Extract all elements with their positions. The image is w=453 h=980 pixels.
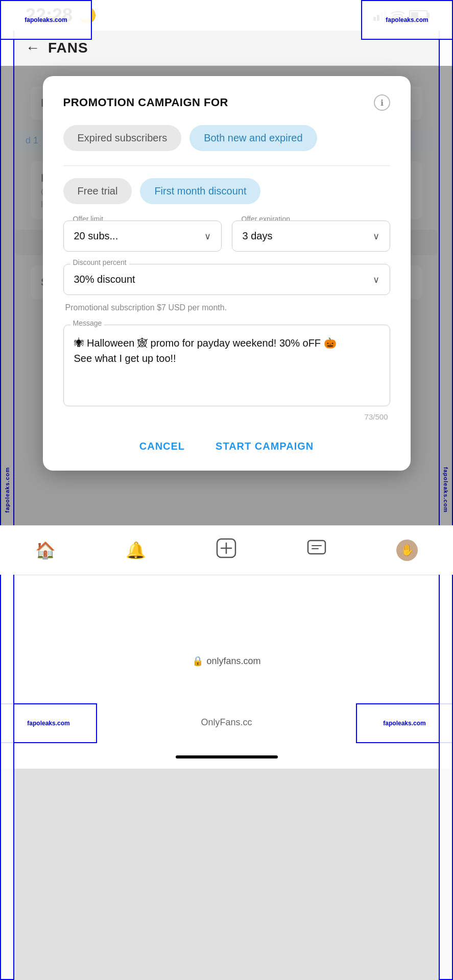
discount-percent-field: Discount percent 30% discount ∨ <box>63 264 390 295</box>
nav-profile[interactable]: ✋ <box>386 535 428 565</box>
svg-rect-4 <box>308 541 325 554</box>
offer-expiration-value: 3 days <box>243 230 273 242</box>
watermark-top-left-text: fapoleaks.com <box>25 16 67 23</box>
watermark-top-right: fapoleaks.com <box>361 0 453 40</box>
messages-icon <box>307 540 326 561</box>
watermark-top-right-text: fapoleaks.com <box>386 16 428 23</box>
char-count: 73/500 <box>63 412 390 421</box>
message-input[interactable]: 🕷 Halloween 🕸 promo for payday weekend! … <box>63 325 390 406</box>
selects-row: Offer limit 20 subs... ∨ Offer expiratio… <box>63 220 390 252</box>
modal-overlay: PROMOTION CAMPAIGN FOR ℹ Expired subscri… <box>0 66 453 525</box>
message-field: Message 🕷 Halloween 🕸 promo for payday w… <box>63 325 390 408</box>
home-icon: 🏠 <box>35 541 56 560</box>
divider-1 <box>63 165 390 166</box>
modal-dialog: PROMOTION CAMPAIGN FOR ℹ Expired subscri… <box>43 76 411 471</box>
avatar: ✋ <box>396 540 418 561</box>
lock-icon: 🔒 <box>192 655 203 667</box>
expired-subscribers-btn[interactable]: Expired subscribers <box>63 125 182 151</box>
bottom-nav: 🏠 🔔 ✋ <box>0 525 453 575</box>
offer-limit-select[interactable]: 20 subs... ∨ <box>63 220 222 252</box>
offer-limit-chevron: ∨ <box>204 231 211 242</box>
offer-expiration-chevron: ∨ <box>373 231 379 242</box>
avatar-icon: ✋ <box>400 544 414 557</box>
discount-percent-value: 30% discount <box>74 274 135 285</box>
offer-limit-value: 20 subs... <box>74 230 118 242</box>
back-button[interactable]: ← <box>26 40 40 56</box>
offer-expiration-field: Offer expiration 3 days ∨ <box>232 220 390 252</box>
discount-chevron: ∨ <box>373 274 379 285</box>
modal-actions: CANCEL START CAMPAIGN <box>63 435 390 452</box>
bottom-area: 🔒 onlyfans.com OnlyFans.cc fapoleaks.com… <box>0 575 453 769</box>
type-toggle-row: Free trial First month discount <box>63 178 390 204</box>
url-display: onlyfans.com <box>206 656 260 667</box>
discount-percent-label: Discount percent <box>70 258 129 266</box>
promo-text: Promotional subscription $7 USD per mont… <box>63 303 390 312</box>
info-icon-symbol: ℹ <box>380 98 384 108</box>
start-campaign-button[interactable]: START CAMPAIGN <box>216 440 314 452</box>
free-trial-btn[interactable]: Free trial <box>63 178 132 204</box>
modal-title: PROMOTION CAMPAIGN FOR <box>63 96 228 109</box>
info-button[interactable]: ℹ <box>374 94 390 111</box>
home-indicator <box>176 755 278 758</box>
message-label: Message <box>70 319 105 327</box>
center-watermark: OnlyFans.cc <box>201 717 252 728</box>
page-content-area: P d 1 P O... li... S PROMOTION CAMPAIGN … <box>0 66 453 525</box>
offer-limit-field: Offer limit 20 subs... ∨ <box>63 220 222 252</box>
subscriber-toggle-row: Expired subscribers Both new and expired <box>63 125 390 151</box>
nav-messages[interactable] <box>297 535 337 565</box>
watermark-bottom-right-text: fapoleaks.com <box>383 720 425 727</box>
nav-home[interactable]: 🏠 <box>25 536 66 564</box>
notifications-icon: 🔔 <box>126 541 146 560</box>
watermark-top-left: fapoleaks.com <box>0 0 92 40</box>
nav-notifications[interactable]: 🔔 <box>115 536 156 564</box>
offer-expiration-select[interactable]: 3 days ∨ <box>232 220 390 252</box>
discount-percent-select[interactable]: 30% discount ∨ <box>63 264 390 295</box>
first-month-discount-btn[interactable]: First month discount <box>140 178 260 204</box>
nav-add[interactable] <box>206 534 247 567</box>
modal-header: PROMOTION CAMPAIGN FOR ℹ <box>63 94 390 111</box>
watermark-bottom-left-text: fapoleaks.com <box>27 720 69 727</box>
cancel-button[interactable]: CANCEL <box>139 440 185 452</box>
page-title: FANS <box>48 40 88 56</box>
add-icon <box>216 538 236 562</box>
both-new-expired-btn[interactable]: Both new and expired <box>189 125 317 151</box>
watermark-bottom-left: fapoleaks.com <box>0 703 97 743</box>
browser-bar: 🔒 onlyfans.com <box>192 655 260 667</box>
